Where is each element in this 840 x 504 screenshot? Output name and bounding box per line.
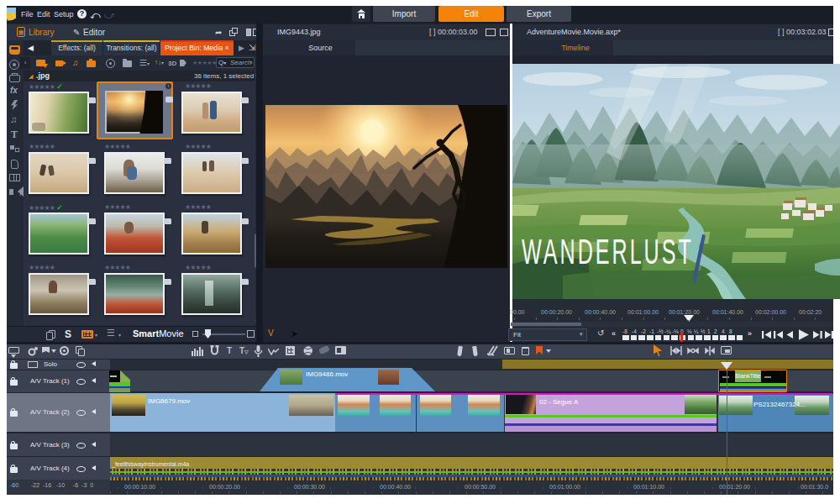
svg-text:WANDERLUST: WANDERLUST: [522, 231, 694, 270]
